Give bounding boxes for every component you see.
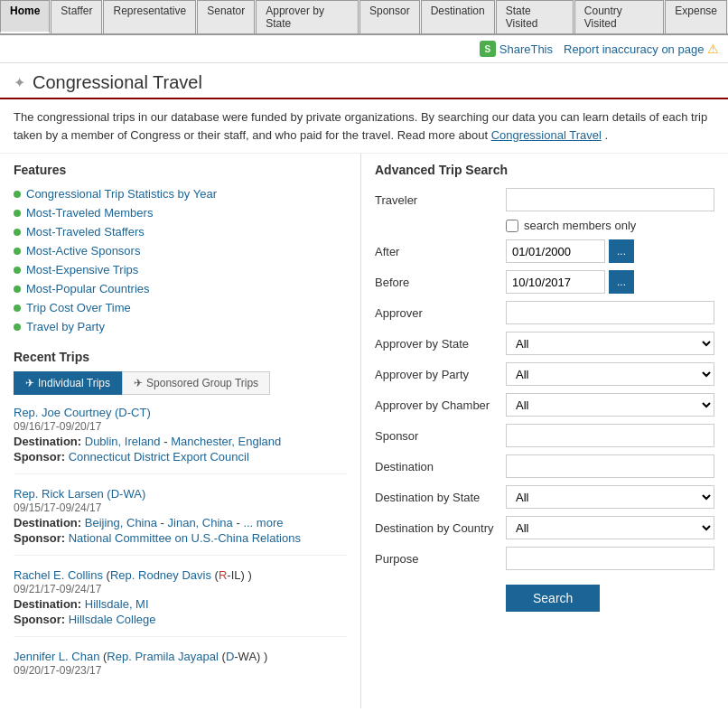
trip-person-2: Rep. Rick Larsen (D-WA) [14,487,347,501]
approver-chamber-select[interactable]: All [506,393,714,417]
trip-person-link-1[interactable]: Rep. Joe Courtney (D-CT) [14,406,151,419]
feature-link-staffers[interactable]: Most-Traveled Staffers [26,225,145,239]
sponsor-search-label: Sponsor [375,429,506,443]
feature-link-countries[interactable]: Most-Popular Countries [26,282,150,295]
trip-sponsor-link-1[interactable]: Connecticut District Export Council [69,450,249,464]
trip-person-4: Jennifer L. Chan (Rep. Pramila Jayapal (… [14,650,347,663]
tab-sponsor[interactable]: Sponsor [359,0,420,33]
trip-dates-4: 09/20/17-09/23/17 [14,664,347,677]
tab-state-visited[interactable]: State Visited [496,0,574,33]
trip-tab-group[interactable]: ✈ Sponsored Group Trips [122,371,270,395]
bullet-icon [14,323,21,331]
before-row: Before ... [375,270,714,294]
trip-dest-link-2b[interactable]: Jinan, China [168,516,233,529]
dest-country-row: Destination by Country All [375,516,714,539]
trip-person-link-2[interactable]: Rep. Rick Larsen (D-WA) [14,487,145,501]
feature-link-party[interactable]: Travel by Party [26,320,105,333]
trip-person-link-3[interactable]: Rachel E. Collins [14,568,103,582]
feature-link-expensive[interactable]: Most-Expensive Trips [26,263,138,276]
trip-rep-link-4[interactable]: Rep. Pramila Jayapal [107,650,219,663]
trip-dest-label-3: Destination: [14,597,81,611]
trip-rep-link-3[interactable]: Rep. Rodney Davis [110,568,211,582]
report-link[interactable]: Report inaccuracy on page ⚠ [564,42,719,56]
trip-item-3: Rachel E. Collins (Rep. Rodney Davis (R-… [14,568,347,637]
trip-dest-label-1: Destination: [14,435,81,448]
list-item: Most-Traveled Staffers [14,222,347,241]
dest-state-select[interactable]: All [506,485,714,509]
page-header: ✦ Congressional Travel [0,63,728,99]
after-date-button[interactable]: ... [609,239,634,263]
tab-representative[interactable]: Representative [103,0,196,33]
search-btn-row: Search [375,577,714,612]
approver-row: Approver [375,301,714,324]
trip-sponsor-label-2: Sponsor: [14,531,65,545]
dest-country-select[interactable]: All [506,516,714,539]
trip-party-2: D [111,487,119,501]
traveler-row: Traveler [375,188,714,211]
right-column: Advanced Trip Search Traveler search mem… [361,154,728,708]
trip-dest-1: Destination: Dublin, Ireland - Mancheste… [14,435,347,448]
approver-state-row: Approver by State All [375,332,714,355]
trip-tab-group-label: Sponsored Group Trips [146,377,258,389]
trip-person-name-1: Rep. Joe Courtney [14,406,111,419]
star-icon: ✦ [14,74,25,91]
intro-link[interactable]: Congressional Travel [491,128,602,142]
trip-sponsor-link-3[interactable]: Hillsdale College [69,613,156,626]
dest-state-row: Destination by State All [375,485,714,509]
destination-label: Destination [375,460,506,473]
approver-party-row: Approver by Party All [375,362,714,386]
trip-person-link-4[interactable]: Jennifer L. Chan [14,650,99,663]
recent-trips-title: Recent Trips [14,350,347,364]
trip-dest-more-2[interactable]: ... more [243,516,283,529]
bullet-icon [14,267,21,274]
sponsor-input[interactable] [506,424,714,447]
trip-dates-3: 09/21/17-09/24/17 [14,583,347,595]
before-label: Before [375,276,506,289]
trip-party-1: D [118,406,126,419]
feature-link-stats[interactable]: Congressional Trip Statistics by Year [26,187,217,201]
tab-senator[interactable]: Senator [197,0,255,33]
tab-home[interactable]: Home [0,0,50,33]
bullet-icon [14,210,21,217]
feature-link-sponsors[interactable]: Most-Active Sponsors [26,244,140,258]
members-only-checkbox[interactable] [506,220,518,232]
trip-sponsor-link-2[interactable]: National Committee on U.S.-China Relatio… [69,531,301,545]
page-title: Congressional Travel [33,72,202,93]
tab-country-visited[interactable]: Country Visited [574,0,664,33]
trip-dest-link-3[interactable]: Hillsdale, MI [85,597,149,611]
tab-destination[interactable]: Destination [421,0,495,33]
dest-country-label: Destination by Country [375,521,506,535]
after-date-input[interactable] [506,239,605,263]
trip-item-4: Jennifer L. Chan (Rep. Pramila Jayapal (… [14,650,347,687]
approver-input[interactable] [506,301,714,324]
report-label: Report inaccuracy on page [564,42,704,56]
trip-state-1: CT [131,406,146,419]
features-title: Features [14,163,347,177]
before-date-button[interactable]: ... [609,270,634,294]
tab-staffer[interactable]: Staffer [51,0,102,33]
search-button[interactable]: Search [506,585,600,612]
approver-party-select[interactable]: All [506,362,714,386]
purpose-input[interactable] [506,547,714,570]
feature-link-cost[interactable]: Trip Cost Over Time [26,301,131,314]
share-button[interactable]: S ShareThis [480,41,553,57]
trip-tab-individual[interactable]: ✈ Individual Trips [14,371,122,395]
tab-expense[interactable]: Expense [665,0,727,33]
trip-dest-link-2a[interactable]: Beijing, China [85,516,157,529]
destination-input[interactable] [506,454,714,478]
trip-item-1: Rep. Joe Courtney (D-CT) 09/16/17-09/20/… [14,406,347,474]
approver-label: Approver [375,306,506,320]
intro-section: The congressional trips in our database … [0,99,728,154]
tab-approver-by-state[interactable]: Approver by State [256,0,359,33]
approver-chamber-label: Approver by Chamber [375,398,506,412]
trip-person-1: Rep. Joe Courtney (D-CT) [14,406,347,419]
members-only-row: search members only [506,219,714,232]
trip-dest-3: Destination: Hillsdale, MI [14,597,347,611]
trip-dest-link-1b[interactable]: Manchester, England [171,435,281,448]
bullet-icon [14,304,21,312]
feature-link-members[interactable]: Most-Traveled Members [26,206,153,220]
trip-dest-link-1a[interactable]: Dublin, Ireland [85,435,161,448]
before-date-input[interactable] [506,270,605,294]
approver-state-select[interactable]: All [506,332,714,355]
traveler-input[interactable] [506,188,714,211]
